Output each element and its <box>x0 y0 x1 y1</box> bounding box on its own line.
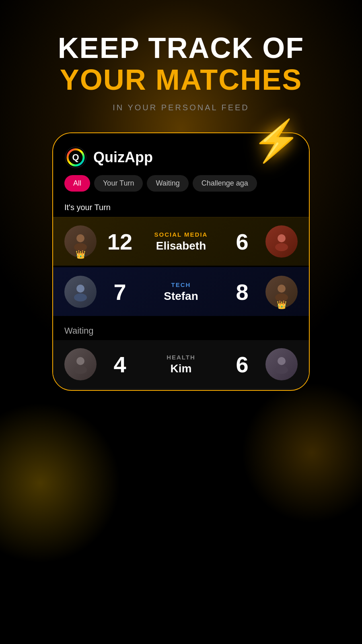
header-line1: KEEP TRACK OF <box>0 32 362 64</box>
svg-point-6 <box>275 243 288 251</box>
tab-filters: All Your Turn Waiting Challenge aga <box>53 175 309 200</box>
match-opponent-2: Stefan <box>136 290 226 303</box>
right-avatar-w1 <box>265 348 298 380</box>
header-sub: IN YOUR PERSONAL FEED <box>0 103 362 112</box>
match-center-2: TECH Stefan <box>136 281 226 303</box>
app-name-label: QuizApp <box>93 149 153 166</box>
svg-point-3 <box>76 234 84 242</box>
score-left-1: 12 <box>104 229 136 255</box>
main-content: KEEP TRACK OF YOUR MATCHES IN YOUR PERSO… <box>0 0 362 644</box>
match-category-w1: HEALTH <box>136 354 226 361</box>
tab-waiting[interactable]: Waiting <box>147 175 188 192</box>
svg-point-5 <box>278 234 286 242</box>
right-avatar-wrap-w1 <box>265 348 298 380</box>
score-right-2: 8 <box>226 279 258 305</box>
left-avatar-2 <box>64 276 97 308</box>
left-avatar-wrap-1: 👑 <box>64 225 97 258</box>
match-card-1[interactable]: 👑 12 SOCIAL MEDIA Elisabeth 6 <box>53 217 309 266</box>
score-left-2: 7 <box>104 279 136 305</box>
phone-screen: Q QuizApp All Your Turn Waiting Challeng… <box>53 133 309 388</box>
left-avatar-wrap-2 <box>64 276 97 308</box>
svg-point-9 <box>278 285 286 293</box>
match-opponent-w1: Kim <box>136 362 226 375</box>
left-avatar-wrap-w1 <box>64 348 97 380</box>
match-center-w1: HEALTH Kim <box>136 354 226 375</box>
left-avatar-w1 <box>64 348 97 380</box>
svg-point-13 <box>278 357 286 365</box>
tab-all[interactable]: All <box>64 175 90 192</box>
header-line2: YOUR MATCHES <box>0 64 362 96</box>
phone-wrapper: ⚡ <box>52 132 310 391</box>
match-category-1: SOCIAL MEDIA <box>136 231 226 238</box>
score-left-w1: 4 <box>104 351 136 378</box>
phone-frame: Q QuizApp All Your Turn Waiting Challeng… <box>52 132 310 391</box>
header-section: KEEP TRACK OF YOUR MATCHES IN YOUR PERSO… <box>0 0 362 120</box>
match-center-1: SOCIAL MEDIA Elisabeth <box>136 231 226 252</box>
match-card-2[interactable]: 7 TECH Stefan 8 👑 <box>53 267 309 316</box>
svg-point-8 <box>74 293 87 301</box>
app-logo-icon: Q <box>64 146 87 169</box>
right-avatar-wrap-2: 👑 <box>265 276 298 308</box>
svg-point-12 <box>74 366 87 374</box>
match-card-waiting-1[interactable]: 4 HEALTH Kim 6 <box>53 340 309 388</box>
right-avatar-1 <box>265 225 298 258</box>
match-opponent-1: Elisabeth <box>136 239 226 252</box>
right-crown-2: 👑 <box>277 300 287 310</box>
lightning-icon: ⚡ <box>251 120 302 161</box>
section-waiting-label: Waiting <box>53 318 309 340</box>
right-avatar-wrap-1 <box>265 225 298 258</box>
section-your-turn-label: It's your Turn <box>53 200 309 217</box>
left-crown-1: 👑 <box>76 250 86 259</box>
match-category-2: TECH <box>136 281 226 288</box>
score-right-w1: 6 <box>226 351 258 378</box>
svg-point-14 <box>275 366 288 374</box>
score-right-1: 6 <box>226 229 258 255</box>
tab-your-turn[interactable]: Your Turn <box>94 175 143 192</box>
svg-point-11 <box>76 357 84 365</box>
svg-point-7 <box>76 285 84 293</box>
tab-challenge[interactable]: Challenge aga <box>193 175 257 192</box>
svg-text:Q: Q <box>72 152 79 162</box>
